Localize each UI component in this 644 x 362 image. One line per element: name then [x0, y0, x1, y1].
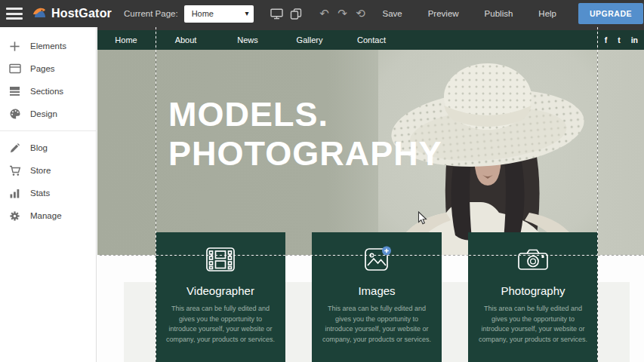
cart-icon: [8, 164, 21, 177]
gator-mascot-icon: [32, 5, 48, 22]
hero-title[interactable]: MODELS. PHOTOGRAPHY: [168, 95, 442, 173]
sidebar-item-label: Manage: [30, 211, 62, 220]
sidebar-item-store[interactable]: Store: [0, 159, 96, 182]
mobile-pages-icon[interactable]: [286, 4, 306, 23]
preview-button[interactable]: Preview: [415, 9, 472, 18]
sidebar-item-label: Elements: [30, 41, 66, 51]
desktop-view-icon[interactable]: [267, 4, 286, 23]
logo-text: HostGator: [51, 7, 112, 20]
sections-icon: [8, 85, 21, 98]
sidebar-item-sections[interactable]: Sections: [0, 80, 96, 103]
feature-card-videographer[interactable]: Videographer This area can be fully edit…: [156, 232, 285, 362]
card-description: This area can be fully edited and gives …: [312, 304, 442, 345]
sidebar-item-blog[interactable]: Blog: [0, 137, 96, 159]
sidebar-item-elements[interactable]: Elements: [0, 35, 96, 57]
history-icon[interactable]: ⟲: [351, 7, 369, 20]
pages-icon: [8, 63, 21, 75]
sidebar-item-label: Design: [30, 109, 57, 118]
sidebar-item-pages[interactable]: Pages: [0, 57, 96, 80]
hero-title-line2: PHOTOGRAPHY: [168, 134, 442, 173]
card-title: Images: [312, 284, 442, 297]
social-links: f t in: [605, 30, 638, 50]
card-description: This area can be fully edited and gives …: [156, 304, 285, 345]
image-plus-icon: [312, 244, 442, 275]
undo-icon[interactable]: ↶: [315, 7, 333, 20]
film-icon: [156, 244, 285, 275]
site-nav-bar: Home About News Gallery Contact f t in: [97, 30, 644, 50]
sidebar-item-label: Pages: [30, 64, 55, 73]
sidebar-divider: [0, 130, 96, 131]
linkedin-icon[interactable]: in: [631, 36, 638, 44]
card-description: This area can be fully edited and gives …: [468, 304, 598, 345]
site-nav-contact[interactable]: Contact: [340, 35, 402, 44]
upgrade-button[interactable]: UPGRADE: [578, 3, 643, 24]
chevron-down-icon: ▾: [245, 10, 249, 17]
palette-icon: [8, 108, 21, 121]
sidebar-item-stats[interactable]: Stats: [0, 182, 96, 204]
camera-icon: [468, 244, 598, 275]
current-page-label: Current Page:: [124, 9, 178, 18]
sidebar-item-label: Store: [30, 166, 51, 175]
editor-sidebar: Elements Pages Sections Design Blo: [0, 27, 97, 362]
gear-icon: [8, 210, 21, 222]
card-title: Photography: [468, 284, 598, 297]
site-nav-home[interactable]: Home: [97, 35, 155, 44]
site-nav-about[interactable]: About: [155, 35, 217, 44]
help-button[interactable]: Help: [525, 9, 569, 18]
feature-card-photography[interactable]: Photography This area can be fully edite…: [468, 232, 598, 362]
hero-section[interactable]: MODELS. PHOTOGRAPHY: [97, 50, 644, 255]
page-select-dropdown[interactable]: Home ▾: [184, 5, 254, 23]
save-button[interactable]: Save: [369, 9, 414, 18]
sidebar-item-manage[interactable]: Manage: [0, 204, 96, 227]
pencil-icon: [8, 142, 21, 155]
page-select-value: Home: [192, 9, 245, 18]
feature-card-images[interactable]: Images This area can be fully edited and…: [312, 232, 442, 362]
sidebar-item-label: Stats: [30, 189, 50, 198]
twitter-icon[interactable]: t: [618, 36, 621, 44]
card-title: Videographer: [156, 284, 285, 297]
hero-title-line1: MODELS.: [168, 95, 442, 134]
sidebar-item-label: Blog: [30, 143, 48, 152]
sidebar-item-design[interactable]: Design: [0, 103, 96, 125]
hamburger-menu-icon[interactable]: [6, 8, 23, 20]
publish-button[interactable]: Publish: [472, 9, 526, 18]
site-preview-canvas: Home About News Gallery Contact f t in: [97, 27, 644, 362]
plus-icon: [8, 40, 21, 53]
facebook-icon[interactable]: f: [605, 36, 608, 44]
site-nav-news[interactable]: News: [217, 35, 279, 44]
site-nav-gallery[interactable]: Gallery: [279, 35, 340, 44]
editor-topbar: HostGator Current Page: Home ▾ ↶ ↷ ⟲ Sav…: [0, 0, 644, 27]
sidebar-item-label: Sections: [30, 87, 63, 96]
bar-chart-icon: [8, 187, 21, 200]
hostgator-logo: HostGator: [32, 5, 112, 22]
hostgator-builder-window: HostGator Current Page: Home ▾ ↶ ↷ ⟲ Sav…: [0, 0, 644, 362]
redo-icon[interactable]: ↷: [333, 7, 351, 20]
